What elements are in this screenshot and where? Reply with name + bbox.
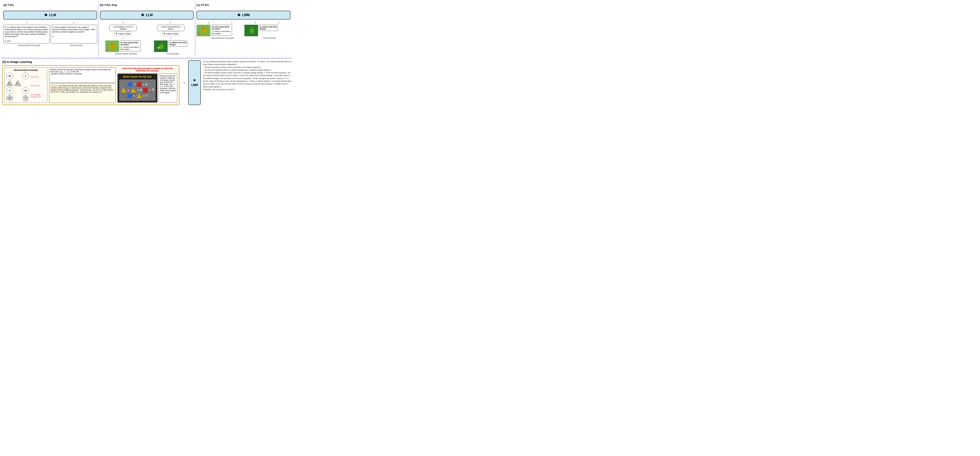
equals-2: =: [137, 89, 139, 92]
qa-area: Please answer the question requiring an …: [49, 67, 116, 103]
shape-cell-tri2: 2: [6, 80, 13, 87]
panel-c-demo: Q: How many birds are here? A: There is …: [197, 25, 243, 36]
eq-row-1: + = 5: [121, 82, 154, 87]
panel-b-demo-q: Q: How many birds are here?: [121, 41, 140, 46]
equation-annotations: 24=2*3*4 32=2*2*2*? the missing number i…: [30, 73, 46, 101]
svg-point-14: [203, 28, 204, 29]
shape-cell-pent: ?: [22, 95, 29, 101]
panel-a-test-box: Q: Grace weighs 125 pounds. Alex weighs …: [51, 25, 97, 43]
blue-circle-1: [127, 82, 133, 87]
test-inner: Brain Teaser for IQ Test + = 5: [118, 73, 178, 103]
circle-32: 32: [22, 87, 29, 94]
svg-rect-15: [199, 32, 199, 35]
yellow-triangle-1: [121, 88, 126, 92]
panel-b-demo-bird-img: [105, 40, 119, 52]
snowflake-caption-b: ❄: [116, 32, 118, 35]
learn-text: Learn from the demonstration example to …: [118, 67, 178, 72]
svg-point-20: [251, 28, 251, 29]
shape-cell-empty3: [14, 87, 22, 94]
panel-b-demo-label: Demonstration Example: [115, 52, 137, 55]
circle-3: 3: [6, 87, 13, 94]
shape-cell-3: 3: [6, 87, 13, 94]
in-image-container: Demonstration Example 24 2: [2, 65, 180, 105]
eq-row-3: + = 7: [121, 93, 154, 99]
yellow-triangle-2: [130, 88, 136, 92]
svg-point-10: [157, 47, 160, 49]
panel-b-caption-model: ❄ Caption Model: [115, 32, 132, 36]
panel-b-test-label: Test Example: [166, 52, 179, 55]
snowflake-icon-b: ❄: [141, 13, 144, 17]
panel-c-test-img-qa: Q: What is the bird doing?: [244, 25, 290, 36]
parrot-svg-2: [244, 25, 258, 36]
demo-example-title: Demonstration Example: [6, 69, 46, 71]
panel-c-top-arrow: ↑: [197, 8, 290, 10]
plus-3: +: [134, 94, 135, 97]
missing-annotation: the missing number is 8: [31, 94, 46, 98]
panel-b-demo-img-qa: Q: How many birds are here? A: There is …: [105, 40, 141, 52]
snowflake-icon-c: ❄: [237, 13, 240, 17]
panel-c-title: (c) VT-ICL: [197, 3, 290, 6]
panel-a-demo-test: Q: In a dance class of 20 students, 20% …: [3, 25, 97, 43]
panel-b-caption-model-block: ❄ Caption Model ↑: [115, 32, 132, 40]
arrow-up-a: ↑: [50, 8, 51, 10]
panel-b-top-arrow: ↑: [100, 8, 194, 10]
brain-teaser-title: Brain Teaser for IQ Test: [119, 75, 156, 78]
panel-b-demo: A bird sitting on top of a building ❄ Ca…: [100, 25, 146, 52]
red-square-1: [137, 82, 142, 87]
shape-cell-hex4: 4: [6, 95, 13, 101]
eq-row-2: + = 8 = ?: [121, 88, 154, 92]
eq3-result: 7: [146, 94, 148, 97]
bottom-lmm-box: ❄ LMM: [188, 60, 201, 105]
bird-svg-1: [105, 40, 119, 52]
panel-b: (b) T-ICL-Img ↑ ❄ LLM ↑ ↑ A bird sitting…: [99, 2, 196, 56]
triangle-2b-wrap: 2: [14, 80, 22, 87]
hex-4: 4: [6, 95, 13, 101]
explanation-text: It is an arithmetic problem where shapes…: [203, 60, 292, 91]
snowflake-icon-a: ❄: [44, 13, 48, 17]
panel-a-title: (a) T-ICL: [3, 3, 97, 6]
panel-a-test-label: Test Example: [70, 44, 83, 46]
panel-c-demo-label: Demonstration Example: [211, 37, 234, 39]
svg-point-18: [250, 27, 253, 30]
parrot-svg-1: [154, 40, 168, 52]
arrow-b-test-caption: ↑: [170, 37, 172, 40]
panel-a-llm-label: LLM: [49, 13, 56, 17]
svg-point-7: [160, 43, 163, 46]
panel-b-test-caption-text: A parrot being held by a person: [157, 25, 185, 31]
arrow-b1: ↑: [123, 21, 124, 24]
arrow-c1: ↑: [207, 21, 209, 24]
panel-c-lmm-label: LMM: [242, 13, 250, 17]
panel-c-demo-a: A: There is one bird in the image.: [212, 30, 231, 35]
eq2-annotation: 32=2*2*2*?: [31, 85, 46, 87]
qa-instruction-box: Please answer the question requiring an …: [49, 67, 116, 83]
panel-c-test: Q: What is the bird doing?: [244, 25, 290, 36]
panel-a-labels: Demonstration Example Test Example: [3, 44, 97, 46]
panel-a-demo-text: Q: In a dance class of 20 students, 20% …: [5, 26, 49, 42]
question-mark: ?: [152, 88, 154, 92]
panel-b-content: A bird sitting on top of a building ❄ Ca…: [100, 25, 194, 52]
eq1-annotation: 24=2*3*4: [31, 76, 46, 78]
panel-b-demo-qa: Q: How many birds are here? A: There is …: [120, 40, 141, 51]
panel-b-llm-box: ❄ LLM: [100, 11, 194, 19]
circle-2a: 2: [22, 73, 29, 79]
arrow-b-caption: ↑: [123, 37, 124, 40]
pentagon-q: ?: [22, 95, 29, 101]
svg-point-2: [111, 43, 114, 46]
panel-c-content: Q: How many birds are here? A: There is …: [197, 25, 290, 36]
shape-cell-32: 32: [22, 87, 29, 94]
shapes-grid: 24 2 2: [6, 73, 29, 101]
red-square-q: [143, 88, 148, 92]
snowflake-caption-b2: ❄: [164, 32, 165, 35]
test-qa-box: Please answer the question requiring an …: [159, 73, 177, 103]
top-section: (a) T-ICL ↑ ❄ LLM ↑ ↑ Q: In a dance clas…: [2, 2, 292, 59]
panel-b-llm-label: LLM: [146, 13, 153, 17]
arrow-up-c: ↑: [243, 8, 244, 10]
panel-c-demo-bird-img: [197, 25, 210, 36]
demo-example-box: Demonstration Example 24 2: [4, 67, 48, 103]
striped-area: + = 5 + = 8: [119, 79, 156, 101]
panel-c-test-qa: Q: What is the bird doing?: [259, 25, 278, 31]
panel-a-demo-box: Q: In a dance class of 20 students, 20% …: [3, 25, 49, 43]
panel-a-demo-label: Demonstration Example: [18, 44, 40, 46]
arrow-up-b: ↑: [146, 8, 148, 10]
panel-b-title: (b) T-ICL-Img: [100, 3, 194, 6]
